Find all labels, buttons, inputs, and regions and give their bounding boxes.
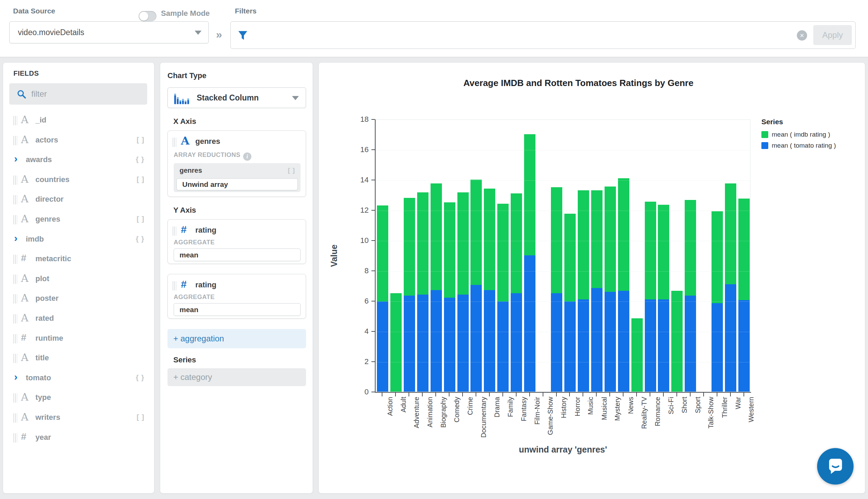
bar-tomato-Comedy[interactable] xyxy=(444,298,455,392)
field-row-tomato[interactable]: ›tomato{ } xyxy=(3,369,154,388)
bar-tomato-Fantasy[interactable] xyxy=(511,293,522,392)
drag-handle-icon[interactable] xyxy=(13,314,17,323)
field-row-rated[interactable]: Arated xyxy=(3,309,154,328)
bar-imdb-Thriller[interactable] xyxy=(712,211,723,303)
bar-imdb-Documentary[interactable] xyxy=(470,180,482,285)
field-row-runtime[interactable]: #runtime xyxy=(3,329,154,348)
bar-imdb-Reality-TV[interactable] xyxy=(631,318,643,392)
field-row-imdb[interactable]: ›imdb{ } xyxy=(3,230,154,249)
bar-tomato-Action[interactable] xyxy=(377,301,388,392)
drag-handle-icon[interactable] xyxy=(13,195,17,204)
field-row-_id[interactable]: A_id xyxy=(3,111,154,130)
drag-handle-icon[interactable] xyxy=(13,215,17,224)
y-axis-field-card[interactable]: # rating AGGREGATE mean xyxy=(167,219,306,264)
field-row-awards[interactable]: ›awards{ } xyxy=(3,150,154,170)
bar-tomato-Family[interactable] xyxy=(497,301,509,392)
bar-imdb-Music[interactable] xyxy=(578,190,589,299)
bar-tomato-Romance[interactable] xyxy=(645,299,656,392)
bar-tomato-Horror[interactable] xyxy=(564,301,576,392)
drag-handle-icon[interactable] xyxy=(13,334,17,343)
field-search-input[interactable] xyxy=(31,83,141,105)
bar-imdb-Romance[interactable] xyxy=(645,202,656,299)
bar-tomato-Sport[interactable] xyxy=(685,296,696,392)
bar-imdb-Drama[interactable] xyxy=(484,189,495,290)
drag-handle-icon[interactable] xyxy=(13,354,17,363)
bar-imdb-Western[interactable] xyxy=(738,199,750,300)
bar-imdb-Mystery[interactable] xyxy=(605,187,616,292)
bar-tomato-Crime[interactable] xyxy=(457,295,469,392)
sample-mode-toggle[interactable] xyxy=(139,11,156,21)
drag-handle-icon[interactable] xyxy=(173,281,176,290)
drag-handle-icon[interactable] xyxy=(13,393,17,403)
bar-imdb-Biography[interactable] xyxy=(431,183,442,290)
field-row-type[interactable]: Atype xyxy=(3,388,154,407)
y-axis-field-card[interactable]: # rating AGGREGATE mean xyxy=(167,274,306,319)
bar-tomato-Drama[interactable] xyxy=(484,290,495,392)
data-source-select[interactable]: video.movieDetails xyxy=(9,21,209,43)
bar-tomato-History[interactable] xyxy=(551,293,562,392)
drag-handle-icon[interactable] xyxy=(13,116,17,125)
bar-imdb-Crime[interactable] xyxy=(457,192,469,295)
unwind-array-select[interactable]: Unwind array xyxy=(176,178,298,190)
add-aggregation-button[interactable]: + aggregation xyxy=(167,329,306,348)
bar-tomato-Animation[interactable] xyxy=(417,295,428,392)
bar-imdb-Sport[interactable] xyxy=(685,200,696,295)
bar-imdb-Adult[interactable] xyxy=(390,293,402,392)
x-axis-field-card[interactable]: A genres ARRAY REDUCTIONSi genres [ ] Un… xyxy=(167,130,306,197)
bar-imdb-Horror[interactable] xyxy=(564,214,576,301)
bar-imdb-News[interactable] xyxy=(618,178,629,291)
field-row-director[interactable]: Adirector xyxy=(3,190,154,209)
drag-handle-icon[interactable] xyxy=(13,413,17,423)
bar-tomato-War[interactable] xyxy=(725,284,736,392)
bar-imdb-Short[interactable] xyxy=(671,291,683,392)
bar-tomato-News[interactable] xyxy=(618,291,629,392)
chevron-right-icon[interactable]: › xyxy=(14,153,18,164)
chevron-right-icon[interactable]: › xyxy=(14,371,18,383)
drag-handle-icon[interactable] xyxy=(13,275,17,284)
field-row-countries[interactable]: Acountries[ ] xyxy=(3,170,154,190)
chart-type-select[interactable]: Stacked Column xyxy=(167,87,306,108)
field-row-plot[interactable]: Aplot xyxy=(3,269,154,289)
bar-imdb-Film-Noir[interactable] xyxy=(524,134,535,255)
chevron-right-icon[interactable]: › xyxy=(14,232,18,244)
bar-tomato-Musical[interactable] xyxy=(591,288,603,392)
field-row-metacritic[interactable]: #metacritic xyxy=(3,250,154,269)
bar-imdb-Family[interactable] xyxy=(497,204,509,301)
drag-handle-icon[interactable] xyxy=(13,255,17,264)
field-row-year[interactable]: #year xyxy=(3,428,154,447)
field-row-poster[interactable]: Aposter xyxy=(3,289,154,308)
bar-tomato-Adventure[interactable] xyxy=(404,296,415,392)
field-row-genres[interactable]: Agenres[ ] xyxy=(3,210,154,229)
field-row-writers[interactable]: Awriters[ ] xyxy=(3,408,154,427)
bar-imdb-History[interactable] xyxy=(551,187,562,293)
bar-tomato-Biography[interactable] xyxy=(431,290,442,392)
chat-button[interactable] xyxy=(817,448,854,485)
bar-imdb-Sci-Fi[interactable] xyxy=(658,205,669,299)
add-category-button[interactable]: + category xyxy=(167,368,306,386)
drag-handle-icon[interactable] xyxy=(13,136,17,145)
field-row-actors[interactable]: Aactors[ ] xyxy=(3,131,154,150)
bar-tomato-Film-Noir[interactable] xyxy=(524,255,535,392)
drag-handle-icon[interactable] xyxy=(173,138,176,147)
bar-tomato-Music[interactable] xyxy=(578,299,589,392)
field-row-title[interactable]: Atitle xyxy=(3,349,154,368)
bar-imdb-Adventure[interactable] xyxy=(404,198,415,296)
bar-tomato-Thriller[interactable] xyxy=(712,303,723,392)
bar-tomato-Western[interactable] xyxy=(738,300,750,392)
clear-filter-icon[interactable]: ✕ xyxy=(797,30,807,41)
aggregate-select[interactable]: mean xyxy=(174,303,301,316)
bar-tomato-Documentary[interactable] xyxy=(470,285,482,392)
bar-imdb-Fantasy[interactable] xyxy=(511,193,522,293)
bar-imdb-Animation[interactable] xyxy=(417,192,428,295)
bar-tomato-Sci-Fi[interactable] xyxy=(658,299,669,392)
apply-button[interactable]: Apply xyxy=(813,25,852,45)
filter-input[interactable]: ✕ Apply xyxy=(230,21,856,49)
bar-imdb-War[interactable] xyxy=(725,183,736,284)
bar-imdb-Action[interactable] xyxy=(377,205,388,301)
bar-imdb-Comedy[interactable] xyxy=(444,202,455,298)
aggregate-select[interactable]: mean xyxy=(174,248,301,261)
drag-handle-icon[interactable] xyxy=(13,294,17,304)
drag-handle-icon[interactable] xyxy=(13,433,17,443)
info-icon[interactable]: i xyxy=(243,152,251,161)
drag-handle-icon[interactable] xyxy=(173,226,176,236)
